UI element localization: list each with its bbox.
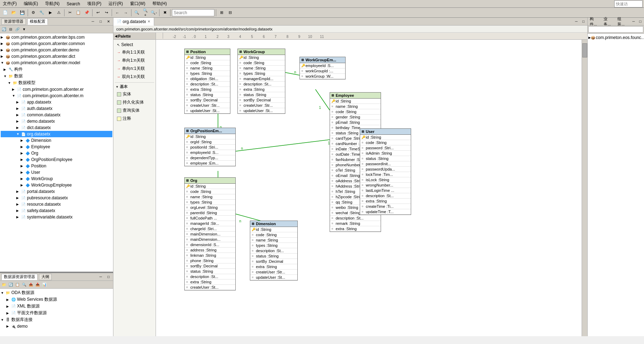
tb-btn1[interactable]: ⚙: [29, 9, 37, 17]
right-tab-component[interactable]: 构件...: [588, 16, 601, 27]
tb-btn6[interactable]: 📋: [74, 9, 82, 17]
tree-item-pubresource[interactable]: ▶ 📄 pubresource.datasetx: [1, 195, 112, 201]
redo-btn[interactable]: ↪: [102, 9, 110, 17]
palette-entity[interactable]: 实体: [115, 90, 154, 98]
right-search-input[interactable]: [588, 26, 643, 33]
ds-search[interactable]: 🔍: [21, 282, 27, 288]
entity-dimension[interactable]: ⊞ Dimension 🔑id :String ≡code :String ≡n…: [250, 221, 298, 281]
tree-item-node4[interactable]: ▶ 📦 com.primeton.gocom.afcenter.dict: [1, 53, 112, 60]
right-minimize[interactable]: ─: [631, 18, 637, 25]
menu-search[interactable]: Search: [65, 1, 82, 7]
entity-workgroup[interactable]: ⊞ WorkGroup 🔑id :String ≡code :String ≡n…: [237, 49, 285, 114]
tree-item-node5b1[interactable]: ▼ 📁 数据模型: [1, 79, 112, 86]
tb-stop[interactable]: ✖: [161, 9, 169, 17]
tree-item-node5b1a[interactable]: ▶ 📄 com.primeton.gocom.afcenter.er: [1, 86, 112, 93]
ds-copy[interactable]: 📋: [14, 282, 21, 288]
tree-item-app[interactable]: ▶ 📄 app.datasetx: [1, 99, 112, 105]
tree-refresh[interactable]: 🔄: [1, 26, 7, 33]
tree-link[interactable]: 🔗: [14, 26, 21, 33]
palette-rel2[interactable]: → 单向1:n关联: [115, 56, 154, 65]
tree-item-node5[interactable]: ▼ 📦 com.primeton.gocom.afcenter.model: [1, 60, 112, 66]
bottom-tree-dbconn[interactable]: ▼ 🗄 数据库连接: [1, 316, 112, 323]
tree-item-employee[interactable]: ▶ 🔷 Employee: [1, 144, 112, 150]
tree-item-user[interactable]: ▶ 🔷 User: [1, 169, 112, 176]
minimize-editor[interactable]: ─: [573, 18, 579, 25]
palette-rel1[interactable]: → 单向1:1关联: [115, 48, 154, 56]
tree-item-demo[interactable]: ▶ 📄 demo.datasetx: [1, 118, 112, 124]
tb-btn7[interactable]: 📌: [83, 9, 91, 17]
ds-data[interactable]: 📊: [41, 282, 47, 288]
maximize-editor[interactable]: □: [580, 18, 587, 25]
menu-project[interactable]: 项目(P): [86, 0, 103, 7]
right-maximize[interactable]: □: [637, 18, 643, 25]
palette-select[interactable]: ↖ Select: [115, 41, 154, 48]
tree-item-dimension[interactable]: ▶ 🔷 Dimension: [1, 137, 112, 144]
tree-item-portal[interactable]: ▶ 📄 portal.datasetx: [1, 188, 112, 195]
menu-edit[interactable]: 编辑(E): [22, 0, 39, 7]
tab-template-config[interactable]: 模板配置: [27, 18, 48, 25]
bottom-tree-xml[interactable]: ▶ 📄 XML 数据源: [1, 303, 112, 310]
palette-rel4[interactable]: ↔ 双向1:n关联: [115, 73, 154, 81]
palette-note[interactable]: 注释: [115, 115, 154, 123]
menu-file[interactable]: 文件(F): [1, 0, 18, 7]
tree-item-auth[interactable]: ▶ 📄 auth.datasetx: [1, 105, 112, 112]
ds-import[interactable]: 📤: [28, 282, 34, 288]
tree-item-node5a[interactable]: ▶ 🔧 构件: [1, 66, 112, 73]
quick-access-input[interactable]: [614, 0, 643, 7]
tab-resource-manager[interactable]: 资源管理器: [1, 18, 26, 25]
tab-outline[interactable]: 大纲: [39, 274, 52, 280]
tab-close-btn[interactable]: ✕: [147, 20, 150, 23]
menu-help[interactable]: 帮助(H): [151, 0, 168, 7]
tb-zoom-in[interactable]: 🔍+: [141, 9, 149, 17]
tree-item-common[interactable]: ▶ 📄 common.datasetx: [1, 112, 112, 118]
tree-filter[interactable]: ▼: [21, 26, 27, 33]
panel-minimize[interactable]: ─: [90, 18, 96, 25]
bottom-tree-flatfile[interactable]: ▶ 📄 平面文件数据源: [1, 310, 112, 316]
tree-item-node1[interactable]: ▶ 📦 com.primeton.gocom.afcenter.bps.com: [1, 34, 112, 40]
tb-layout[interactable]: ⊟: [226, 9, 234, 17]
entity-orgpositionemployee[interactable]: ⊞ OrgPositionEm... 🔑id :String ≡orgId :S…: [184, 128, 236, 166]
tree-item-node5b1b[interactable]: ▼ 📄 com.primeton.gocom.afcenter.m: [1, 93, 112, 99]
ds-refresh[interactable]: 🔄: [7, 282, 14, 288]
palette-query-entity[interactable]: 查询实体: [115, 106, 154, 115]
tree-item-dict[interactable]: ▶ 📄 dict.datasetx: [1, 124, 112, 131]
open-btn[interactable]: 📂: [10, 9, 18, 17]
panel-close[interactable]: ✕: [105, 18, 112, 25]
tree-collapse[interactable]: ⊟: [7, 26, 14, 33]
tb-btn5[interactable]: ✂: [66, 9, 74, 17]
right-tab-assembly[interactable]: 组装...: [616, 16, 629, 27]
editor-tab-org[interactable]: 📄 org.datasetx ✕: [113, 18, 154, 26]
tree-item-org[interactable]: ▼ 📄 org.datasetx: [1, 131, 112, 137]
tb-forward[interactable]: →: [122, 9, 130, 17]
tb-btn4[interactable]: ⚠: [55, 9, 63, 17]
tree-item-orgpositionemployee[interactable]: ▶ 🔷 OrgPositionEmployee: [1, 156, 112, 163]
right-tree-root[interactable]: ▶ 📦 com.primeton.eos.founc...: [588, 34, 643, 41]
bottom-maximize[interactable]: □: [105, 274, 112, 280]
tree-item-sysvar[interactable]: ▶ 📄 systemvariable.datasetx: [1, 214, 112, 220]
tb-back[interactable]: ←: [113, 9, 121, 17]
menu-window[interactable]: 窗口(W): [129, 0, 147, 7]
tab-datasource[interactable]: 数据源资源管理器: [1, 274, 38, 280]
palette-persistent-entity[interactable]: 持久化实体: [115, 98, 154, 106]
tree-item-safety[interactable]: ▶ 📄 safety.datasetx: [1, 207, 112, 214]
toolbar-search-input[interactable]: [172, 9, 214, 16]
bottom-tree-demo[interactable]: ▶ 🔌 demo: [1, 323, 112, 329]
save-btn[interactable]: 💾: [18, 9, 26, 17]
tb-zoom-out[interactable]: 🔍-: [150, 9, 158, 17]
bottom-tree-webservices[interactable]: ▶ 🌐 Web Services 数据源: [1, 296, 112, 303]
entity-position[interactable]: ⊞ Position 🔑id :String ≡code :String ≡na…: [184, 49, 230, 114]
new-btn[interactable]: 📄: [1, 9, 9, 17]
bottom-minimize[interactable]: ─: [97, 274, 104, 280]
tb-grid[interactable]: ⊞: [218, 9, 225, 17]
tree-item-position[interactable]: ▶ 🔷 Position: [1, 163, 112, 169]
palette-collapse-arrow[interactable]: ◀: [115, 34, 117, 38]
vertical-scrollbar[interactable]: [582, 40, 587, 336]
entity-workgroupemployee[interactable]: ⊞ WorkGroupEm... 🔑employeeId :S... ≡work…: [299, 57, 346, 79]
entity-org[interactable]: ⊞ Org 🔑id :String ≡code :String ≡name :S…: [184, 177, 236, 290]
ds-new-conn[interactable]: 📁: [1, 282, 7, 288]
entity-user[interactable]: ⊞ User 🔑id :String ≡code :String ≡passwo…: [360, 128, 411, 215]
ds-export[interactable]: 📥: [34, 282, 41, 288]
scrollbar-thumb[interactable]: [582, 43, 587, 57]
tree-item-node3[interactable]: ▶ 📦 com.primeton.gocom.afcenter.demo: [1, 47, 112, 53]
palette-rel3[interactable]: → 单向n:1关联: [115, 65, 154, 73]
